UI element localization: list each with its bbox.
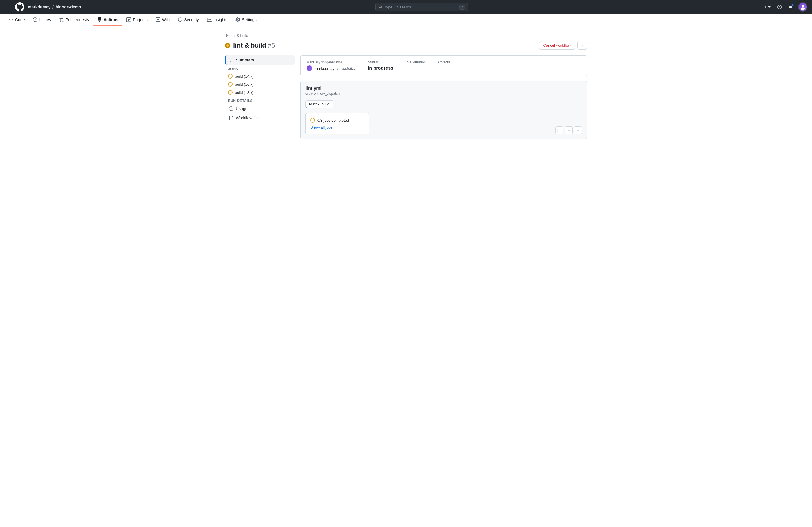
more-options-button[interactable]: ··· [577, 41, 587, 49]
sidebar-job-0[interactable]: build (14.x) [225, 72, 295, 80]
workflow-trigger: on: workflow_dispatch [305, 92, 582, 95]
duration-label: Total duration [405, 60, 426, 64]
notifications-area [787, 3, 794, 11]
sidebar-workflow-file[interactable]: Workflow file [225, 113, 295, 123]
show-all-jobs-link[interactable]: Show all jobs [310, 125, 333, 130]
page-header: lint & build #5 Cancel workflow ··· [225, 41, 587, 49]
job-status-spinner-2 [228, 90, 233, 95]
file-icon [229, 116, 233, 120]
svg-rect-0 [6, 5, 10, 6]
nav-insights-label: Insights [214, 17, 227, 22]
status-col: Status In progress [368, 60, 393, 71]
nav-actions-label: Actions [103, 17, 118, 22]
nav-insights[interactable]: Insights [203, 14, 231, 26]
nav-code[interactable]: Code [5, 14, 29, 26]
avatar[interactable] [798, 2, 807, 12]
new-button[interactable] [762, 4, 772, 10]
issues-button[interactable] [776, 3, 783, 11]
workflow-tab-bar: Matrix: build [305, 100, 582, 108]
back-arrow-icon [225, 34, 229, 37]
artifacts-label: Artifacts [437, 60, 450, 64]
summary-icon [229, 58, 233, 62]
fit-view-button[interactable] [555, 126, 564, 134]
sidebar-job-2[interactable]: build (18.x) [225, 88, 295, 96]
job-status-spinner-1 [228, 82, 233, 87]
sidebar: Summary Jobs build (14.x) build (16.x) b… [225, 55, 295, 139]
job-status-spinner-0 [228, 74, 233, 78]
header-actions: Cancel workflow ··· [539, 41, 587, 49]
workflow-tab-matrix-build[interactable]: Matrix: build [305, 100, 333, 108]
nav-security-label: Security [184, 17, 199, 22]
nav-code-label: Code [15, 17, 25, 22]
cancel-workflow-button[interactable]: Cancel workflow [539, 41, 575, 49]
repo-name-link[interactable]: hinode-demo [56, 5, 81, 9]
nav-projects-label: Projects [133, 17, 148, 22]
back-link-label: lint & build [231, 33, 248, 37]
search-area: Type / to search / [85, 3, 759, 11]
sidebar-summary[interactable]: Summary [225, 55, 295, 65]
zoom-in-button[interactable]: + [574, 126, 582, 134]
global-nav: markdumay / hinode-demo Type / to search… [0, 0, 812, 14]
svg-rect-1 [6, 7, 10, 7]
workflow-filename: lint.yml [305, 86, 582, 91]
status-label: Status [368, 60, 393, 64]
zoom-controls: − + [555, 126, 582, 134]
author-avatar [306, 65, 312, 71]
global-nav-actions [762, 2, 807, 12]
page-title-row: lint & build #5 [225, 42, 275, 49]
artifacts-value: – [437, 65, 450, 70]
nav-settings[interactable]: Settings [231, 14, 261, 26]
nav-projects[interactable]: Projects [122, 14, 152, 26]
repo-nav: Code Issues Pull requests Actions Projec… [0, 14, 812, 26]
nav-issues-label: Issues [39, 17, 51, 22]
nav-issues[interactable]: Issues [29, 14, 55, 26]
sidebar-summary-label: Summary [236, 58, 254, 62]
nav-actions[interactable]: Actions [93, 14, 122, 26]
nav-wiki[interactable]: Wiki [152, 14, 174, 26]
zoom-out-button[interactable]: − [565, 126, 573, 134]
author-name: markdumay [315, 66, 334, 71]
matrix-card: 0/3 jobs completed Show all jobs [305, 113, 369, 134]
main-content: Manually triggered now markdumay ◇ ba3c9… [301, 55, 587, 139]
sidebar-usage[interactable]: Usage [225, 104, 295, 113]
nav-settings-label: Settings [242, 17, 257, 22]
github-logo[interactable] [15, 2, 24, 12]
search-placeholder: Type / to search [384, 5, 458, 9]
sidebar-workflow-file-label: Workflow file [236, 116, 259, 120]
search-icon [378, 5, 382, 9]
clock-icon [229, 106, 233, 111]
search-box[interactable]: Type / to search / [375, 3, 468, 11]
repo-owner-link[interactable]: markdumay [28, 5, 51, 9]
commit-separator-icon: ◇ [337, 66, 339, 71]
trigger-row: markdumay ◇ ba3c9aa [306, 65, 357, 71]
sidebar-jobs-section: Jobs [225, 65, 295, 72]
page-title: lint & build #5 [233, 42, 275, 49]
run-status-icon [225, 43, 230, 48]
sidebar-job-1[interactable]: build (16.x) [225, 80, 295, 88]
duration-col: Total duration – [405, 60, 426, 71]
separator: / [53, 4, 54, 10]
zoom-out-icon: − [567, 128, 570, 133]
content-layout: Summary Jobs build (14.x) build (16.x) b… [225, 55, 587, 139]
sidebar-job-label-1: build (16.x) [235, 82, 253, 87]
repo-breadcrumb: markdumay / hinode-demo [28, 4, 81, 10]
nav-security[interactable]: Security [174, 14, 203, 26]
notification-dot [792, 4, 794, 6]
artifacts-col: Artifacts – [437, 60, 450, 71]
sidebar-usage-label: Usage [236, 106, 247, 111]
matrix-card-header: 0/3 jobs completed [310, 118, 364, 123]
commit-hash: ba3c9aa [342, 66, 357, 71]
run-info-card: Manually triggered now markdumay ◇ ba3c9… [301, 55, 587, 76]
svg-rect-2 [6, 8, 10, 9]
search-kbd: / [459, 5, 465, 10]
trigger-col: Manually triggered now markdumay ◇ ba3c9… [306, 60, 357, 71]
nav-wiki-label: Wiki [162, 17, 170, 22]
nav-pull-requests[interactable]: Pull requests [55, 14, 93, 26]
run-number: #5 [268, 42, 275, 49]
status-value: In progress [368, 65, 393, 71]
back-link[interactable]: lint & build [225, 33, 587, 37]
hamburger-menu-button[interactable] [5, 3, 12, 11]
sidebar-run-details-section: Run details [225, 96, 295, 104]
sidebar-job-label-2: build (18.x) [235, 90, 253, 95]
workflow-graph-card: lint.yml on: workflow_dispatch Matrix: b… [301, 81, 587, 139]
